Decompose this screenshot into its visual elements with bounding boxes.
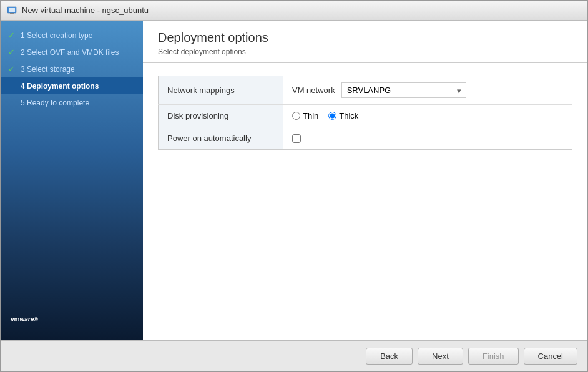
check-icon-2: ✓ <box>8 47 17 57</box>
radio-thick[interactable]: Thick <box>328 111 358 120</box>
radio-thick-label: Thick <box>339 111 358 120</box>
sidebar-step-2[interactable]: ✓ 2 Select OVF and VMDK files <box>1 44 143 61</box>
titlebar-icon <box>7 6 17 16</box>
poweron-label-cell: Power on automatically <box>159 127 283 150</box>
check-icon-1: ✓ <box>8 31 17 40</box>
main-window: New virtual machine - ngsc_ubuntu ✓ 1 Se… <box>0 0 588 372</box>
poweron-checkbox-wrapper <box>292 134 563 143</box>
sidebar-step-3[interactable]: ✓ 3 Select storage <box>1 61 143 77</box>
poweron-value-cell <box>283 127 572 150</box>
step-3-label: 3 Select storage <box>21 65 75 74</box>
radio-thick-input[interactable] <box>328 112 336 120</box>
disk-label-cell: Disk provisioning <box>159 105 283 127</box>
step-2-label: 2 Select OVF and VMDK files <box>21 48 119 57</box>
disk-value-cell: Thin Thick <box>283 105 572 127</box>
check-icon-4: ✓ <box>8 81 17 91</box>
svg-rect-2 <box>10 13 14 14</box>
radio-thin-label: Thin <box>303 111 318 120</box>
disk-radio-group: Thin Thick <box>292 111 563 120</box>
vmware-logo-ware: ware <box>19 316 34 323</box>
sidebar: ✓ 1 Select creation type ✓ 2 Select OVF … <box>1 21 143 340</box>
options-table: Network mappings VM network SRVLANPG VM … <box>158 76 572 150</box>
sidebar-step-5[interactable]: ✓ 5 Ready to complete <box>1 94 143 111</box>
network-label-cell: Network mappings <box>159 76 283 105</box>
page-title: Deployment options <box>158 31 572 45</box>
content-area: Deployment options Select deployment opt… <box>143 21 587 340</box>
radio-thin[interactable]: Thin <box>292 111 318 120</box>
footer: Back Next Finish Cancel <box>1 340 587 371</box>
network-row: VM network SRVLANPG VM Network Managemen… <box>292 82 563 98</box>
vmware-logo-tm: ® <box>34 316 38 323</box>
vmware-logo: vmware® <box>1 304 143 340</box>
step-1-label: 1 Select creation type <box>21 31 92 40</box>
sidebar-step-4[interactable]: ✓ 4 Deployment options <box>1 77 143 94</box>
step-5-label: 5 Ready to complete <box>21 99 89 107</box>
radio-thin-input[interactable] <box>292 112 300 120</box>
step-4-label: 4 Deployment options <box>21 82 99 91</box>
network-select[interactable]: SRVLANPG VM Network Management <box>341 82 466 98</box>
table-row-poweron: Power on automatically <box>159 127 572 150</box>
content-header: Deployment options Select deployment opt… <box>143 21 587 63</box>
vmware-logo-text: vm <box>11 316 19 323</box>
table-row-disk: Disk provisioning Thin Thick <box>159 105 572 127</box>
network-select-wrapper: SRVLANPG VM Network Management <box>341 82 466 98</box>
table-row-network: Network mappings VM network SRVLANPG VM … <box>159 76 572 105</box>
page-subtitle: Select deployment options <box>158 47 572 56</box>
sidebar-step-1[interactable]: ✓ 1 Select creation type <box>1 27 143 44</box>
svg-rect-1 <box>9 8 15 12</box>
check-icon-5: ✓ <box>8 98 17 107</box>
titlebar: New virtual machine - ngsc_ubuntu <box>1 1 587 21</box>
cancel-button[interactable]: Cancel <box>524 348 577 365</box>
content-body: Network mappings VM network SRVLANPG VM … <box>143 63 587 340</box>
back-button[interactable]: Back <box>366 348 413 365</box>
poweron-checkbox[interactable] <box>292 134 301 143</box>
titlebar-title: New virtual machine - ngsc_ubuntu <box>22 6 149 15</box>
next-button[interactable]: Next <box>418 348 463 365</box>
network-value-cell: VM network SRVLANPG VM Network Managemen… <box>283 76 572 105</box>
main-area: ✓ 1 Select creation type ✓ 2 Select OVF … <box>1 21 587 340</box>
check-icon-3: ✓ <box>8 64 17 74</box>
vm-network-label: VM network <box>292 86 335 95</box>
sidebar-steps: ✓ 1 Select creation type ✓ 2 Select OVF … <box>1 21 143 304</box>
finish-button[interactable]: Finish <box>468 348 519 365</box>
